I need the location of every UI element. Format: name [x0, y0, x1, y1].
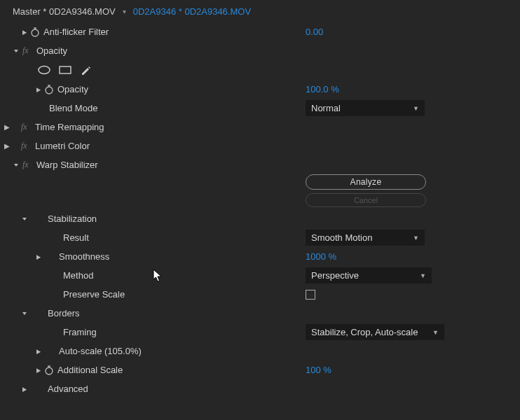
breadcrumb-clip[interactable]: 0D2A9346 * 0D2A9346.MOV — [133, 6, 251, 17]
ellipse-mask-icon[interactable] — [36, 64, 52, 76]
fx-badge-icon[interactable]: fx — [22, 160, 36, 170]
disclosure-arrow-icon[interactable] — [34, 366, 43, 374]
chevron-down-icon: ▼ — [420, 272, 426, 279]
borders-group[interactable]: Borders — [0, 304, 520, 323]
method-label: Method — [63, 270, 93, 281]
result-label: Result — [63, 232, 89, 243]
blend-mode-label: Blend Mode — [49, 103, 97, 113]
disclosure-arrow-icon[interactable] — [34, 85, 43, 93]
analyze-button[interactable]: Analyze — [306, 174, 426, 190]
opacity-prop-row: Opacity 100.0 % — [0, 80, 520, 99]
fx-badge-icon[interactable]: fx — [21, 122, 35, 132]
opacity-group[interactable]: fx Opacity — [0, 41, 520, 60]
stabilization-label: Stabilization — [48, 214, 97, 224]
preserve-scale-checkbox[interactable] — [306, 290, 315, 300]
disclosure-arrow-icon[interactable] — [20, 309, 29, 317]
anti-flicker-label: Anti-flicker Filter — [43, 27, 109, 37]
stopwatch-icon[interactable] — [43, 84, 55, 95]
opacity-value[interactable]: 100.0 % — [306, 84, 339, 94]
disclosure-arrow-icon[interactable] — [11, 47, 21, 55]
analyze-row: Analyze Cancel — [0, 174, 520, 209]
preserve-scale-row: Preserve Scale — [0, 285, 520, 304]
disclosure-arrow-icon[interactable] — [11, 161, 21, 169]
disclosure-arrow-icon[interactable] — [20, 28, 29, 36]
auto-scale-row[interactable]: Auto-scale (105.0%) — [0, 342, 520, 360]
chevron-down-icon: ▼ — [413, 234, 419, 241]
chevron-down-icon: ▼ — [413, 105, 419, 112]
cancel-button: Cancel — [306, 193, 426, 207]
mask-tools-row — [0, 60, 520, 80]
disclosure-arrow-icon[interactable] — [20, 385, 29, 393]
disclosure-arrow-icon[interactable]: ▶ — [4, 123, 10, 131]
time-remapping-label: Time Remapping — [35, 122, 104, 132]
auto-scale-label: Auto-scale (105.0%) — [59, 346, 142, 356]
additional-scale-label: Additional Scale — [57, 365, 123, 375]
chevron-down-icon: ▼ — [432, 329, 439, 336]
breadcrumb: Master * 0D2A9346.MOV ▾ 0D2A9346 * 0D2A9… — [0, 0, 520, 22]
framing-dropdown[interactable]: Stabilize, Crop, Auto-scale ▼ — [306, 324, 444, 340]
method-value: Perspective — [311, 270, 359, 281]
additional-scale-value[interactable]: 100 % — [306, 365, 331, 375]
stabilization-group[interactable]: Stabilization — [0, 209, 520, 228]
advanced-label: Advanced — [48, 384, 88, 394]
svg-point-8 — [46, 368, 53, 374]
framing-row: Framing Stabilize, Crop, Auto-scale ▼ — [0, 323, 520, 342]
preserve-scale-label: Preserve Scale — [63, 289, 125, 300]
opacity-group-label: Opacity — [36, 46, 67, 56]
time-remapping-group[interactable]: ▶ fx Time Remapping — [0, 118, 520, 136]
result-value: Smooth Motion — [311, 232, 372, 243]
framing-label: Framing — [63, 327, 97, 337]
result-row: Result Smooth Motion ▼ — [0, 228, 520, 247]
result-dropdown[interactable]: Smooth Motion ▼ — [306, 230, 425, 246]
chevron-down-icon[interactable]: ▾ — [123, 8, 126, 15]
additional-scale-row: Additional Scale 100 % — [0, 360, 520, 379]
framing-value: Stabilize, Crop, Auto-scale — [311, 327, 418, 337]
stopwatch-icon[interactable] — [43, 365, 55, 376]
effect-controls-panel: Master * 0D2A9346.MOV ▾ 0D2A9346 * 0D2A9… — [0, 0, 520, 420]
smoothness-label: Smoothness — [59, 251, 109, 262]
svg-point-5 — [46, 87, 53, 94]
svg-point-0 — [32, 29, 39, 36]
rectangle-mask-icon[interactable] — [57, 64, 73, 76]
borders-label: Borders — [48, 308, 80, 318]
method-dropdown[interactable]: Perspective ▼ — [306, 267, 432, 284]
blend-mode-dropdown[interactable]: Normal ▼ — [306, 100, 425, 116]
blend-mode-row: Blend Mode Normal ▼ — [0, 99, 520, 118]
advanced-group[interactable]: Advanced — [0, 379, 520, 398]
opacity-label: Opacity — [57, 84, 88, 94]
breadcrumb-master[interactable]: Master * 0D2A9346.MOV — [13, 6, 116, 17]
disclosure-arrow-icon[interactable] — [20, 215, 29, 223]
lumetri-group[interactable]: ▶ fx Lumetri Color — [0, 136, 520, 155]
pen-mask-icon[interactable] — [78, 64, 94, 76]
smoothness-value[interactable]: 1000 % — [306, 251, 336, 262]
fx-badge-icon[interactable]: fx — [22, 46, 36, 56]
anti-flicker-value[interactable]: 0.00 — [306, 27, 323, 37]
disclosure-arrow-icon[interactable] — [34, 253, 43, 260]
method-row: Method Perspective ▼ — [0, 266, 520, 285]
stopwatch-icon[interactable] — [29, 27, 41, 38]
lumetri-label: Lumetri Color — [35, 141, 90, 151]
disclosure-arrow-icon[interactable] — [34, 347, 43, 355]
fx-badge-icon[interactable]: fx — [21, 141, 35, 151]
warp-label: Warp Stabilizer — [36, 160, 98, 170]
warp-stabilizer-group[interactable]: fx Warp Stabilizer — [0, 155, 520, 174]
blend-mode-value: Normal — [311, 103, 341, 113]
svg-rect-4 — [60, 66, 71, 74]
disclosure-arrow-icon[interactable]: ▶ — [4, 142, 10, 150]
smoothness-row: Smoothness 1000 % — [0, 247, 520, 266]
anti-flicker-row: Anti-flicker Filter 0.00 — [0, 22, 520, 41]
svg-point-3 — [39, 66, 50, 74]
